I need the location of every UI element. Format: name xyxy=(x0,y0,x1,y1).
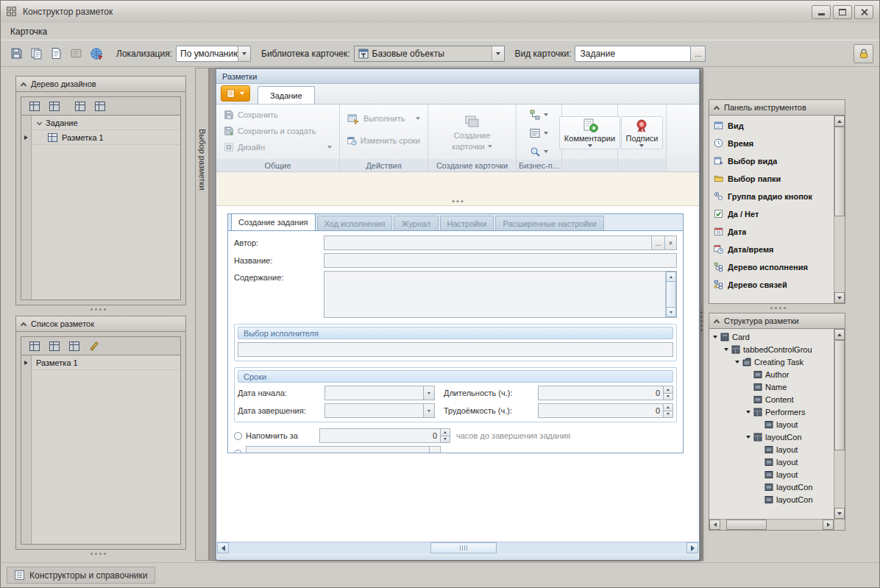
design-tree-header[interactable]: Дерево дизайнов xyxy=(15,76,186,92)
close-button[interactable] xyxy=(854,5,873,19)
collapse-icon[interactable] xyxy=(714,319,720,325)
save-button[interactable] xyxy=(7,43,26,63)
ribbon-app-menu-button[interactable] xyxy=(221,85,250,102)
design-tree-group-row[interactable]: Задание xyxy=(21,116,180,130)
toolbox-item[interactable]: Вид xyxy=(709,117,834,135)
localization-combobox[interactable]: По умолчанию xyxy=(176,46,251,62)
collapse-icon[interactable] xyxy=(714,105,720,111)
toolbox-item[interactable]: Да / Нет xyxy=(709,205,834,223)
effort-spinner[interactable]: 0 xyxy=(538,403,673,418)
collapsed-panel-strip[interactable] xyxy=(216,172,699,206)
lock-button[interactable] xyxy=(854,44,873,63)
splitter-grip[interactable] xyxy=(91,308,106,311)
scrollbar-thumb[interactable] xyxy=(834,340,845,450)
spin-down-icon[interactable] xyxy=(440,436,450,444)
chevron-down-icon[interactable] xyxy=(492,46,504,61)
structure-node[interactable]: Name xyxy=(709,380,834,393)
scroll-left-button[interactable] xyxy=(709,520,720,530)
chevron-down-icon[interactable] xyxy=(429,446,441,453)
splitter-grip[interactable] xyxy=(770,307,786,309)
structure-node[interactable]: layout xyxy=(709,468,834,481)
layout-list-item-row[interactable]: Разметка 1 xyxy=(21,355,180,370)
expander-icon[interactable] xyxy=(37,120,42,125)
scroll-up-button[interactable] xyxy=(834,116,845,127)
author-clear-button[interactable]: × xyxy=(664,235,677,250)
structure-node[interactable]: layoutCon xyxy=(709,493,834,506)
structure-node[interactable]: tabbedControlGrou xyxy=(709,343,834,355)
chevron-down-icon[interactable] xyxy=(423,386,435,400)
structure-node[interactable]: layoutCon xyxy=(709,481,834,493)
ribbon-signatures-button[interactable]: Подписи xyxy=(621,116,664,149)
scroll-left-button[interactable] xyxy=(217,542,229,553)
tree-tool-1-button[interactable] xyxy=(29,100,40,112)
structure-node[interactable]: layout xyxy=(709,443,834,456)
ribbon-save-button[interactable]: Сохранить xyxy=(221,107,335,123)
ribbon-save-create-button[interactable]: Сохранить и создать xyxy=(221,123,335,139)
list-edit-button[interactable] xyxy=(88,340,100,352)
expander-icon[interactable] xyxy=(745,433,753,441)
copy-button[interactable] xyxy=(26,43,46,63)
scroll-up-button[interactable] xyxy=(834,329,845,340)
ribbon-design-button[interactable]: Дизайн xyxy=(221,139,335,155)
toolbox-item[interactable]: Выбор папки xyxy=(709,170,834,188)
toolbox-item[interactable]: Дерево связей xyxy=(709,276,834,294)
scrollbar-thumb[interactable] xyxy=(834,127,845,216)
content-textarea[interactable] xyxy=(324,271,677,318)
toolbox-item[interactable]: Дерево исполнения xyxy=(709,258,834,276)
structure-node[interactable]: layout xyxy=(709,418,834,431)
new-document-button[interactable] xyxy=(46,43,66,63)
layout-selector-strip[interactable]: Выбор разметки xyxy=(195,68,209,561)
scroll-right-button[interactable] xyxy=(686,542,698,553)
collapse-icon[interactable] xyxy=(21,82,26,88)
start-date-combobox[interactable] xyxy=(324,386,435,400)
business-flow-button[interactable] xyxy=(527,107,551,123)
toolbox-item[interactable]: Дата/время xyxy=(709,241,834,258)
list-tool-3-button[interactable] xyxy=(68,340,80,352)
ribbon-change-terms-button[interactable]: Изменить сроки xyxy=(344,132,423,149)
structure-node[interactable]: Creating Task xyxy=(709,355,834,368)
constructors-references-tab[interactable]: Конструкторы и справочники xyxy=(7,567,155,584)
toolbox-item[interactable]: Время xyxy=(709,135,834,152)
layout-list-header[interactable]: Список разметок xyxy=(15,316,186,332)
toolbox-header[interactable]: Панель инструментов xyxy=(709,99,845,116)
end-date-combobox[interactable] xyxy=(324,403,435,418)
scroll-down-button[interactable] xyxy=(834,292,845,303)
list-tool-2-button[interactable] xyxy=(49,340,60,352)
maximize-button[interactable] xyxy=(833,5,852,19)
designer-horizontal-scrollbar[interactable] xyxy=(217,542,698,553)
expander-icon[interactable] xyxy=(745,408,753,416)
structure-hscrollbar[interactable] xyxy=(709,519,834,530)
structure-node[interactable]: layoutCon xyxy=(709,431,834,443)
scroll-right-button[interactable] xyxy=(823,520,834,530)
structure-node[interactable]: Card xyxy=(709,330,834,343)
toolbox-item[interactable]: Выбор вида xyxy=(709,152,834,170)
card-library-combobox[interactable]: Базовые объекты xyxy=(354,46,505,62)
scrollbar-thumb[interactable] xyxy=(726,520,767,530)
chevron-down-icon[interactable] xyxy=(238,46,250,61)
card-view-input[interactable]: Задание xyxy=(575,46,691,62)
structure-node[interactable]: layout xyxy=(709,456,834,468)
form-tab-3[interactable]: Журнал xyxy=(394,216,438,230)
remind-radio[interactable] xyxy=(234,432,242,440)
toolbox-item[interactable]: Группа радио кнопок xyxy=(709,188,834,205)
form-tab-5[interactable]: Расширенные настройки xyxy=(495,216,603,230)
expander-icon[interactable] xyxy=(734,358,742,366)
spin-down-icon[interactable] xyxy=(663,393,673,401)
scroll-down-button[interactable] xyxy=(834,508,845,519)
name-input[interactable] xyxy=(324,253,677,268)
splitter-grip[interactable] xyxy=(700,311,703,331)
title-bar[interactable]: Конструктор разметок xyxy=(1,1,879,23)
expander-icon[interactable] xyxy=(712,333,720,341)
form-tab-4[interactable]: Настройки xyxy=(440,216,494,230)
structure-node[interactable]: Performers xyxy=(709,405,834,418)
web-publish-button[interactable] xyxy=(86,43,106,63)
toolbox-item[interactable]: Дата xyxy=(709,223,834,241)
structure-node[interactable]: Author xyxy=(709,368,834,380)
ribbon-comments-button[interactable]: Комментарии xyxy=(559,116,620,149)
spin-down-icon[interactable] xyxy=(663,411,673,419)
card-view-browse-button[interactable]: ... xyxy=(691,46,706,62)
tree-tool-4-button[interactable] xyxy=(94,100,106,112)
tree-tool-2-button[interactable] xyxy=(49,100,60,112)
remind-spinner[interactable]: 0 xyxy=(319,428,450,443)
scrollbar-thumb[interactable] xyxy=(430,542,497,553)
